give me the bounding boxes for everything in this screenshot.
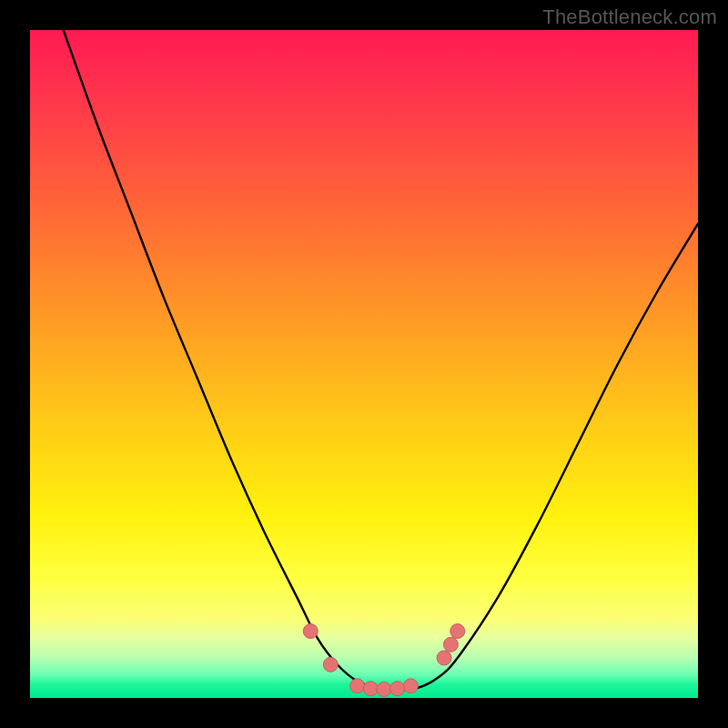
curve-layer [30, 30, 698, 698]
marker-left-1 [303, 624, 318, 639]
marker-group [303, 624, 464, 697]
bottleneck-curve [64, 30, 698, 690]
marker-flat-1 [350, 679, 365, 693]
chart-frame: TheBottleneck.com [0, 0, 728, 728]
plot-area [30, 30, 698, 698]
marker-left-2 [323, 657, 338, 672]
marker-flat-3 [377, 682, 391, 696]
marker-flat-5 [403, 679, 418, 693]
marker-flat-2 [363, 682, 378, 696]
marker-right-3 [450, 624, 465, 639]
marker-flat-4 [390, 682, 405, 696]
marker-right-1 [437, 651, 451, 665]
marker-right-2 [443, 637, 458, 652]
watermark-text: TheBottleneck.com [542, 5, 717, 29]
